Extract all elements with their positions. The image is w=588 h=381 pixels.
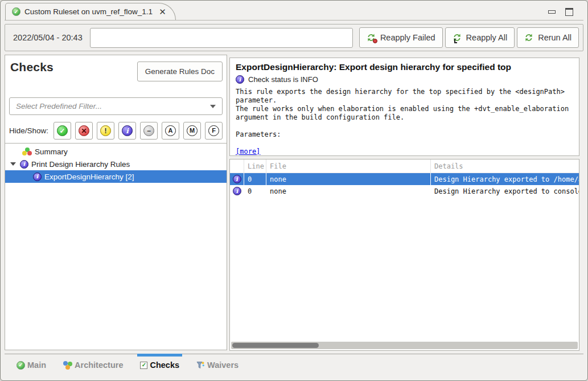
- maximize-icon[interactable]: [565, 8, 573, 16]
- view-controls: [548, 8, 573, 16]
- info-icon: i: [33, 173, 42, 181]
- check-title: ExportDesignHierarchy: Export design hie…: [236, 62, 578, 72]
- reapply-all-label: Reapply All: [466, 33, 508, 42]
- column-header-details[interactable]: Details: [431, 159, 579, 173]
- column-header-icon[interactable]: [230, 159, 244, 173]
- refresh-all-icon: [453, 33, 462, 42]
- passed-icon: ✓: [57, 125, 68, 136]
- tree-item-summary-label: Summary: [35, 148, 68, 156]
- more-link[interactable]: [more]: [236, 148, 260, 156]
- cell-file: none: [266, 185, 431, 197]
- warning-icon: !: [100, 125, 111, 136]
- check-status-row: i Check status is INFO: [236, 75, 578, 84]
- refresh-failed-icon: [367, 33, 376, 42]
- parameters-label: Parameters:: [236, 130, 578, 139]
- tab-waivers[interactable]: Waivers: [196, 360, 239, 370]
- scrollbar-thumb[interactable]: [232, 343, 319, 348]
- close-icon[interactable]: ✕: [159, 7, 166, 16]
- app-window: ✓ Custom Ruleset on uvm_ref_flow_1.1 ✕ 2…: [0, 0, 588, 381]
- predefined-filter-select[interactable]: Select Predefined Filter...: [9, 97, 223, 115]
- architecture-tab-icon: [63, 361, 72, 370]
- checks-tree: Summary i Print Design Hierarchy Rules i…: [5, 143, 227, 350]
- generate-rules-doc-button[interactable]: Generate Rules Doc: [137, 62, 223, 81]
- cell-file: none: [266, 173, 431, 185]
- table-row[interactable]: i 0 none Design Hierarchy exported to /h…: [230, 173, 579, 185]
- circled-m-icon: M: [187, 125, 198, 136]
- cell-line: 0: [244, 185, 266, 197]
- info-filter-icon: i: [122, 125, 133, 136]
- filter-info-button[interactable]: i: [118, 122, 136, 140]
- description-line: The rule works only when elaboration is …: [236, 105, 578, 113]
- tab-checks-label: Checks: [150, 360, 179, 370]
- editor-tabbar: ✓ Custom Ruleset on uvm_ref_flow_1.1 ✕: [5, 3, 583, 21]
- tab-main-label: Main: [27, 360, 46, 370]
- tab-architecture-label: Architecture: [75, 360, 123, 370]
- info-icon: i: [233, 187, 241, 195]
- run-timestamp: 2022/05/04 - 20:43: [9, 33, 90, 42]
- minimize-icon[interactable]: [548, 10, 556, 14]
- rerun-all-label: Rerun All: [538, 33, 571, 42]
- filter-failed-button[interactable]: ✕: [75, 122, 93, 140]
- column-header-file[interactable]: File: [266, 159, 431, 173]
- info-icon: i: [20, 160, 28, 169]
- tree-item-group-label: Print Design Hierarchy Rules: [31, 160, 130, 169]
- summary-icon: [22, 148, 32, 156]
- circled-a-icon: A: [165, 125, 176, 136]
- cell-line: 0: [244, 173, 266, 185]
- info-icon: i: [236, 75, 244, 84]
- description-line: parameter.: [236, 96, 578, 105]
- filter-notrun-button[interactable]: −: [140, 122, 158, 140]
- not-run-icon: −: [143, 125, 154, 136]
- predefined-filter-placeholder: Select Predefined Filter...: [16, 102, 102, 110]
- filter-audit-button[interactable]: A: [162, 122, 179, 140]
- tab-main[interactable]: ✓ Main: [17, 360, 46, 370]
- reapply-failed-button[interactable]: Reapply Failed: [359, 27, 443, 48]
- check-description: This rule exports the design hierarchy f…: [236, 88, 578, 156]
- description-line: This rule exports the design hierarchy f…: [236, 88, 578, 96]
- tab-checks[interactable]: ✓ Checks: [140, 360, 179, 370]
- reapply-all-button[interactable]: Reapply All: [445, 27, 515, 48]
- tree-item-check-label: ExportDesignHierarchy [2]: [44, 173, 134, 181]
- tree-item-summary[interactable]: Summary: [5, 145, 227, 158]
- table-row[interactable]: i 0 none Design Hierarchy exported to co…: [230, 185, 579, 197]
- circled-f-icon: F: [208, 125, 219, 136]
- waivers-tab-icon: [196, 361, 205, 370]
- toolbar-search-input[interactable]: [90, 28, 353, 48]
- bottom-tabbar: ✓ Main Architecture ✓ Checks Waivers: [5, 354, 583, 376]
- ruleset-status-icon: ✓: [12, 7, 20, 16]
- chevron-down-icon: [210, 105, 216, 108]
- hide-show-row: Hide/Show: ✓ ✕ ! i − A M F: [9, 122, 227, 140]
- expander-icon[interactable]: [10, 162, 16, 166]
- filter-manual-button[interactable]: M: [183, 122, 201, 140]
- tree-item-check[interactable]: i ExportDesignHierarchy [2]: [5, 170, 227, 183]
- check-details-panel: ExportDesignHierarchy: Export design hie…: [229, 58, 579, 156]
- tab-waivers-label: Waivers: [207, 360, 239, 370]
- toolbar: 2022/05/04 - 20:43 Reapply Failed Reappl…: [5, 24, 583, 51]
- description-line: argument in the build configuration file…: [236, 113, 578, 122]
- tab-architecture[interactable]: Architecture: [63, 360, 123, 370]
- editor-tab-title: Custom Ruleset on uvm_ref_flow_1.1: [24, 7, 153, 16]
- checks-heading: Checks: [10, 60, 54, 74]
- cell-details: Design Hierarchy exported to console: [431, 185, 579, 197]
- filter-filtered-button[interactable]: F: [205, 122, 223, 140]
- horizontal-scrollbar[interactable]: [231, 342, 578, 349]
- tree-item-group[interactable]: i Print Design Hierarchy Rules: [5, 158, 227, 170]
- results-table: Line File Details i 0 none Design Hierar…: [229, 159, 579, 351]
- failed-icon: ✕: [79, 125, 89, 136]
- filter-warning-button[interactable]: !: [97, 122, 114, 140]
- results-table-header: Line File Details: [230, 159, 579, 173]
- cell-details: Design Hierarchy exported to /home/a: [431, 173, 579, 185]
- rerun-icon: [524, 33, 534, 42]
- column-header-line[interactable]: Line: [244, 159, 266, 173]
- filter-passed-button[interactable]: ✓: [54, 122, 71, 140]
- editor-tab-custom-ruleset[interactable]: ✓ Custom Ruleset on uvm_ref_flow_1.1 ✕: [5, 3, 176, 20]
- checks-tab-icon: ✓: [140, 362, 147, 369]
- rerun-all-button[interactable]: Rerun All: [517, 27, 579, 48]
- reapply-failed-label: Reapply Failed: [380, 33, 435, 42]
- main-tab-icon: ✓: [17, 361, 25, 370]
- hide-show-label: Hide/Show:: [9, 126, 48, 135]
- info-icon: i: [233, 175, 241, 183]
- checks-panel: Checks Generate Rules Doc Select Predefi…: [5, 55, 227, 350]
- check-status-label: Check status is INFO: [248, 75, 318, 84]
